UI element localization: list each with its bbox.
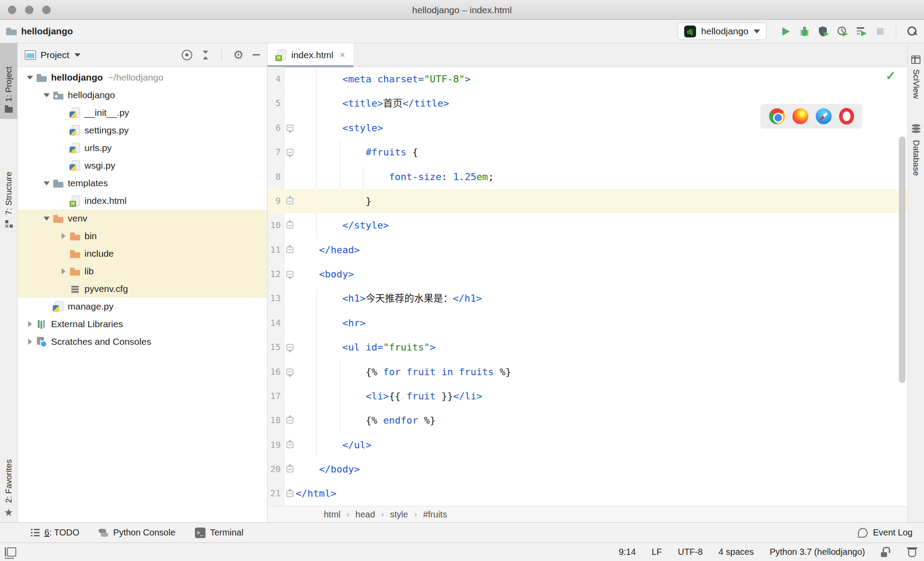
code-line-14[interactable]: 14 <hr> bbox=[268, 311, 907, 335]
project-panel-title[interactable]: Project bbox=[40, 50, 69, 60]
tool-window-button-todo[interactable]: 6: TODO bbox=[31, 528, 79, 538]
browser-preview-panel bbox=[760, 104, 862, 129]
fold-marker-open[interactable] bbox=[286, 149, 293, 155]
code-line-20[interactable]: 20 </body> bbox=[268, 457, 907, 481]
tool-window-button-database[interactable]: Database bbox=[908, 124, 924, 176]
tab-index-html[interactable]: index.html × bbox=[268, 43, 353, 67]
chrome-icon[interactable] bbox=[769, 108, 785, 124]
inspections-profile-icon[interactable] bbox=[906, 547, 916, 557]
debug-icon[interactable] bbox=[799, 26, 810, 37]
expander-open-icon[interactable] bbox=[24, 76, 36, 80]
breadcrumb-item-head[interactable]: head bbox=[356, 509, 375, 520]
code-line-4[interactable]: 4 <meta charset="UTF-8"> bbox=[268, 67, 907, 91]
fold-marker-close[interactable] bbox=[286, 417, 293, 424]
expander-open-icon[interactable] bbox=[40, 217, 53, 221]
fold-marker-open[interactable] bbox=[286, 369, 293, 375]
expander-open-icon[interactable] bbox=[40, 181, 53, 185]
tool-window-button-event-log[interactable]: Event Log bbox=[858, 528, 913, 538]
tool-window-button-favorites[interactable]: 2: Favorites ★ bbox=[0, 432, 17, 520]
collapse-all-icon[interactable] bbox=[201, 50, 210, 60]
opera-icon[interactable] bbox=[839, 108, 854, 125]
tree-item-urls-py[interactable]: urls.py bbox=[18, 139, 267, 157]
tool-window-button-project[interactable]: 1: Project bbox=[0, 43, 17, 119]
tool-window-button-structure[interactable]: 7: Structure bbox=[0, 126, 17, 232]
tree-item-index-html[interactable]: index.html bbox=[18, 192, 267, 210]
editor-scrollbar[interactable] bbox=[899, 137, 906, 383]
close-tab-icon[interactable]: × bbox=[340, 49, 345, 61]
fold-marker-open[interactable] bbox=[286, 344, 293, 351]
fold-marker-open[interactable] bbox=[286, 271, 293, 277]
fold-marker-open[interactable] bbox=[286, 125, 293, 131]
breadcrumb-item-html[interactable]: html bbox=[324, 509, 341, 520]
tree-item-hellodjango[interactable]: hellodjango~/hellodjango bbox=[18, 69, 267, 86]
code-line-13[interactable]: 13 <h1>今天推荐的水果是：</h1> bbox=[268, 286, 907, 310]
expander-closed-icon[interactable] bbox=[24, 321, 36, 327]
python-interpreter[interactable]: Python 3.7 (hellodjango) bbox=[770, 547, 865, 557]
code-line-15[interactable]: 15 <ul id="fruits"> bbox=[268, 335, 907, 359]
navigation-bar-project[interactable]: hellodjango bbox=[21, 26, 73, 37]
line-ending[interactable]: LF bbox=[652, 547, 662, 557]
fold-marker-close[interactable] bbox=[286, 222, 293, 229]
fold-marker-close[interactable] bbox=[286, 198, 293, 204]
run-icon[interactable] bbox=[780, 26, 792, 37]
code-line-11[interactable]: 11 </head> bbox=[268, 238, 907, 262]
code-line-7[interactable]: 7 #fruits { bbox=[268, 140, 907, 164]
settings-gear-icon[interactable]: ⚙ bbox=[233, 50, 244, 60]
code-line-10[interactable]: 10 </style> bbox=[268, 213, 907, 237]
code-line-9[interactable]: 9 } bbox=[268, 189, 907, 213]
tool-window-button-python-console[interactable]: Python Console bbox=[99, 528, 175, 538]
locate-icon[interactable] bbox=[182, 50, 192, 60]
safari-icon[interactable] bbox=[816, 108, 832, 124]
tree-item-templates[interactable]: templates bbox=[18, 174, 267, 192]
tree-item-pyvenv-cfg[interactable]: pyvenv.cfg bbox=[18, 280, 267, 298]
caret-position[interactable]: 9:14 bbox=[619, 547, 636, 557]
code-line-16[interactable]: 16 {% for fruit in fruits %} bbox=[268, 360, 907, 384]
tree-item-wsgi-py[interactable]: wsgi.py bbox=[18, 157, 267, 174]
code-line-19[interactable]: 19 </ul> bbox=[268, 433, 907, 457]
tree-item-external-libraries[interactable]: External Libraries bbox=[18, 315, 267, 333]
line-number: 10 bbox=[268, 213, 284, 237]
fold-marker-close[interactable] bbox=[286, 466, 293, 472]
tree-item-bin[interactable]: bin bbox=[18, 227, 267, 245]
run-configuration-select[interactable]: dj hellodjango bbox=[678, 22, 766, 40]
indent-setting[interactable]: 4 spaces bbox=[719, 547, 754, 557]
fold-marker-close[interactable] bbox=[286, 442, 293, 448]
code-line-21[interactable]: 21</html> bbox=[268, 481, 907, 506]
tree-item--init-py[interactable]: __init__.py bbox=[18, 104, 267, 122]
navigation-bar[interactable]: hellodjango bbox=[6, 26, 73, 37]
file-encoding[interactable]: UTF-8 bbox=[678, 547, 703, 557]
tree-item-lib[interactable]: lib bbox=[18, 262, 267, 280]
run-with-coverage-icon[interactable] bbox=[818, 26, 829, 37]
stop-icon[interactable] bbox=[874, 26, 886, 37]
tree-item-venv[interactable]: venv bbox=[18, 210, 267, 227]
code-line-8[interactable]: 8 font-size: 1.25em; bbox=[268, 165, 907, 189]
code-line-18[interactable]: 18 {% endfor %} bbox=[268, 408, 907, 432]
tree-item-hellodjango[interactable]: hellodjango bbox=[18, 86, 267, 104]
firefox-icon[interactable] bbox=[792, 108, 808, 124]
hide-icon[interactable] bbox=[253, 54, 260, 55]
tree-item-settings-py[interactable]: settings.py bbox=[18, 122, 267, 139]
tree-item-scratches-and-consoles[interactable]: Scratches and Consoles bbox=[18, 333, 267, 351]
breadcrumb-item--fruits[interactable]: #fruits bbox=[423, 509, 447, 520]
code-line-17[interactable]: 17 <li>{{ fruit }}</li> bbox=[268, 384, 907, 408]
tool-window-button-sciview[interactable]: SciView bbox=[908, 55, 924, 99]
tree-item-manage-py[interactable]: manage.py bbox=[18, 298, 267, 315]
fold-marker-close[interactable] bbox=[286, 247, 293, 253]
expander-closed-icon[interactable] bbox=[57, 233, 70, 239]
fold-marker-close[interactable] bbox=[286, 491, 293, 497]
expander-open-icon[interactable] bbox=[40, 93, 53, 97]
code-line-12[interactable]: 12 <body> bbox=[268, 262, 907, 286]
unlock-icon[interactable] bbox=[881, 547, 891, 557]
chevron-down-icon[interactable] bbox=[74, 53, 81, 57]
breadcrumb-item-style[interactable]: style bbox=[390, 509, 408, 520]
code-editor[interactable]: 4 <meta charset="UTF-8">5 <title>首页</tit… bbox=[268, 67, 907, 506]
inspection-ok-check-icon[interactable]: ✓ bbox=[886, 69, 896, 83]
expander-closed-icon[interactable] bbox=[57, 268, 70, 274]
tool-window-button-terminal[interactable]: Terminal bbox=[195, 528, 244, 538]
search-everywhere-icon[interactable] bbox=[906, 26, 918, 37]
toggle-tool-window-bars-icon[interactable] bbox=[7, 547, 16, 557]
expander-closed-icon[interactable] bbox=[24, 339, 36, 345]
profiler-icon[interactable] bbox=[836, 26, 848, 37]
tree-item-include[interactable]: include bbox=[18, 245, 267, 262]
execute-icon[interactable] bbox=[855, 26, 867, 37]
